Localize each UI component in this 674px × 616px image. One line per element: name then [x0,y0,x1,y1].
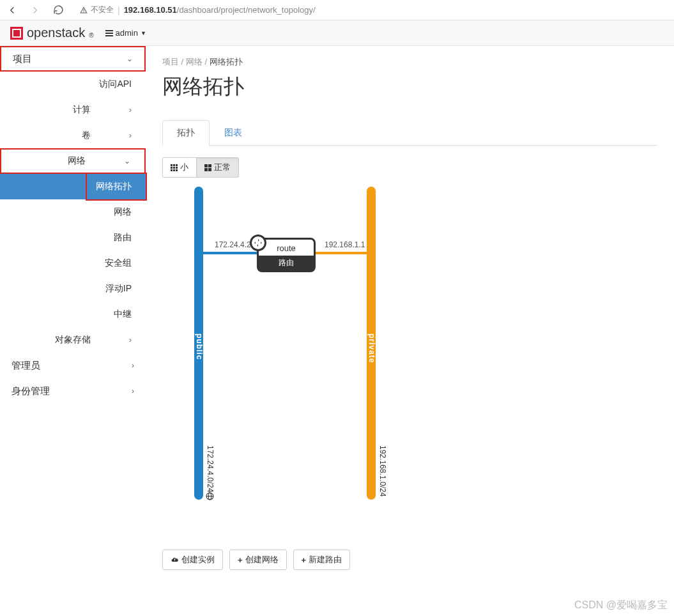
grid-large-icon [204,164,211,171]
svg-rect-0 [105,30,113,31]
network-label-public: public [195,334,204,360]
sidebar-item-api[interactable]: 访问API [0,72,146,97]
sidebar-item-network[interactable]: 网络 ⌄ [0,148,146,174]
page-title: 网络拓扑 [162,73,657,101]
sidebar-item-networks[interactable]: 网络 [0,199,146,225]
sidebar-item-compute[interactable]: 计算 › [0,97,146,123]
network-bar-private[interactable]: private [367,187,376,500]
chevron-down-icon: ⌄ [126,54,133,63]
address-bar[interactable]: 不安全 | 192.168.10.51/dashboard/project/ne… [74,3,669,18]
tab-topology[interactable]: 拓扑 [162,120,210,146]
size-toggle: 小 正常 [162,157,239,178]
router-node[interactable]: route 路由 [257,238,316,272]
url-text: 192.168.10.51/dashboard/project/network_… [124,5,316,15]
back-button[interactable] [5,3,19,17]
sidebar-item-project[interactable]: 项目 ⌄ [0,46,146,72]
main-content: 项目 / 网络 / 网络拓扑 网络拓扑 拓扑 图表 小 正常 public 17… [146,46,674,616]
svg-rect-1 [105,33,113,34]
sidebar-item-admin[interactable]: 管理员 › [0,353,146,378]
grid-small-icon [171,164,178,171]
sidebar-item-identity[interactable]: 身份管理 › [0,378,146,404]
create-network-button[interactable]: + 创建网络 [229,550,287,570]
plus-icon: + [302,555,307,565]
size-small-button[interactable]: 小 [162,157,197,178]
create-router-button[interactable]: + 新建路由 [293,550,351,570]
ip-private: 192.168.1.1 [325,240,365,249]
link-private [310,252,367,254]
topology-canvas[interactable]: public 172.24.4.0/24 private 192.168.1.0… [162,187,657,544]
insecure-label: 不安全 [91,4,114,15]
project-selector-label: admin [116,28,138,38]
network-cidr-private: 192.168.1.0/24 [378,445,387,497]
brand[interactable]: openstack® [10,26,94,40]
insecure-icon: 不安全 [79,4,114,15]
bottom-actions: 创建实例 + 创建网络 + 新建路由 [162,550,657,570]
project-selector[interactable]: admin ▼ [105,28,146,38]
chevron-right-icon: › [129,105,132,114]
sidebar-item-floatingips[interactable]: 浮动IP [0,276,146,302]
network-bar-public[interactable]: public [194,187,203,500]
sidebar-item-trunks[interactable]: 中继 [0,302,146,327]
browser-toolbar: 不安全 | 192.168.10.51/dashboard/project/ne… [0,0,674,20]
forward-button[interactable] [28,3,42,17]
link-public [203,252,262,254]
plus-icon: + [238,555,243,565]
watermark: CSDN @爱喝嘉多宝 [574,599,668,612]
network-cidr-public: 172.24.4.0/24 [206,445,215,492]
svg-rect-2 [105,35,113,36]
chevron-right-icon: › [129,335,132,344]
sidebar-item-secgroups[interactable]: 安全组 [0,250,146,276]
network-label-private: private [367,334,376,363]
tabs: 拓扑 图表 [162,120,657,146]
router-type-label: 路由 [259,256,314,270]
brand-text: openstack [27,26,85,40]
router-name: route [259,240,314,256]
chevron-right-icon: › [132,361,134,370]
launch-instance-button[interactable]: 创建实例 [162,550,223,570]
chevron-right-icon: › [132,387,134,396]
chevron-right-icon: › [129,131,132,140]
chevron-down-icon: ⌄ [124,157,130,166]
sidebar: 项目 ⌄ 访问API 计算 › 卷 › 网络 ⌄ 网络拓扑 网络 路由 [0,46,146,616]
topbar: openstack® admin ▼ [0,20,674,46]
sidebar-item-volumes[interactable]: 卷 › [0,123,146,148]
reload-button[interactable] [51,3,65,17]
tab-graph[interactable]: 图表 [210,120,257,146]
breadcrumb: 项目 / 网络 / 网络拓扑 [162,56,657,68]
sidebar-item-object-storage[interactable]: 对象存储 › [0,327,146,353]
sidebar-item-network-topology[interactable]: 网络拓扑 [0,174,146,199]
sidebar-item-routers[interactable]: 路由 [0,225,146,250]
cloud-up-icon [171,556,179,564]
openstack-logo-icon [10,27,23,40]
router-icon [250,235,266,251]
globe-icon [206,492,214,502]
size-normal-button[interactable]: 正常 [197,157,239,178]
